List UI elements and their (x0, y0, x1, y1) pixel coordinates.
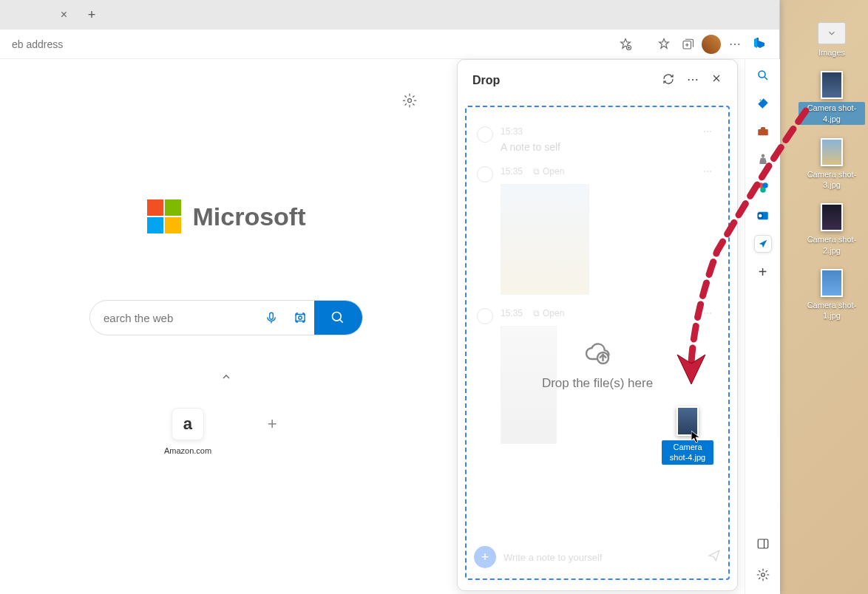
svg-point-2 (408, 99, 412, 103)
svg-point-5 (298, 316, 302, 320)
drop-history: 15:33⋯ A note to self 15:35 ⧉ Open ⋯ (467, 107, 728, 578)
image-thumbnail (821, 269, 843, 297)
drop-panel: Drop ⋯ 15:33⋯ A note to self (457, 59, 738, 591)
image-search-icon[interactable] (285, 311, 313, 324)
close-tab-icon[interactable]: × (56, 7, 72, 23)
msg-time: 15:33 (501, 126, 523, 137)
msg-menu-icon: ⋯ (703, 308, 712, 318)
image-thumbnail (821, 138, 843, 166)
svg-point-12 (760, 187, 766, 193)
desktop-icons: Images Camera shot-4.jpg Camera shot-3.j… (799, 22, 865, 321)
svg-point-17 (761, 573, 764, 577)
avatar-icon (477, 308, 493, 324)
msg-menu-icon: ⋯ (703, 126, 712, 137)
desktop-icon-label: Camera shot-3.jpg (799, 169, 865, 191)
dragged-file-label: Camera shot-4.jpg (662, 440, 713, 465)
voice-search-icon[interactable] (257, 311, 285, 324)
page-settings-icon[interactable] (402, 93, 417, 111)
quick-links: a Amazon.com + (164, 408, 288, 455)
sidebar-shopping-icon[interactable] (754, 95, 772, 112)
search-button[interactable] (314, 300, 362, 335)
desktop-icon-label: Camera shot-4.jpg (799, 102, 865, 125)
address-bar: ⋯ (0, 30, 779, 59)
sidebar-add-icon[interactable]: + (754, 263, 772, 281)
microsoft-wordmark: Microsoft (193, 202, 306, 231)
avatar-icon (477, 166, 493, 182)
more-menu-icon[interactable]: ⋯ (723, 33, 747, 56)
attach-button[interactable]: + (474, 546, 496, 568)
sidebar-settings-icon[interactable] (754, 566, 772, 584)
open-link: ⧉ Open (533, 166, 564, 177)
sidebar-drop-icon[interactable] (754, 235, 772, 253)
svg-rect-3 (270, 313, 274, 319)
drop-title: Drop (472, 74, 500, 87)
sidebar-search-icon[interactable] (754, 66, 772, 84)
image-thumbnail (821, 71, 843, 99)
add-page-icon[interactable] (614, 33, 637, 56)
close-panel-icon[interactable] (711, 72, 722, 89)
image-thumbnail (677, 406, 699, 436)
search-box[interactable] (89, 300, 363, 335)
add-quicklink-button[interactable]: + (256, 408, 288, 455)
sidebar-tools-icon[interactable] (754, 123, 772, 140)
desktop-file[interactable]: Camera shot-2.jpg (799, 203, 865, 256)
drop-message: 15:35 ⧉ Open ⋯ (472, 166, 722, 295)
microsoft-squares-icon (147, 199, 181, 233)
plus-icon: + (256, 408, 288, 440)
sidebar-outlook-icon[interactable] (754, 207, 772, 225)
browser-tab[interactable]: × (0, 0, 78, 30)
desktop-icon-label: Camera shot-2.jpg (799, 234, 865, 256)
tab-bar: × + (0, 0, 779, 30)
drop-zone[interactable]: 15:33⋯ A note to self 15:35 ⧉ Open ⋯ (465, 106, 730, 580)
svg-point-6 (333, 313, 342, 321)
refresh-icon[interactable] (662, 72, 675, 89)
image-thumbnail (501, 326, 557, 444)
send-icon[interactable] (708, 549, 721, 565)
edge-sidebar: + (745, 59, 780, 594)
sidebar-games-icon[interactable] (754, 151, 772, 168)
microsoft-logo: Microsoft (147, 199, 306, 233)
browser-window: × + ⋯ Micros (0, 0, 780, 594)
desktop-file[interactable]: Camera shot-4.jpg (799, 71, 865, 125)
new-tab-page: Microsoft a Amazon.com + (0, 59, 452, 594)
image-thumbnail (821, 203, 843, 231)
msg-time: 15:35 (501, 166, 523, 177)
desktop-icon-label: Images (818, 47, 845, 58)
favorites-icon[interactable] (652, 33, 676, 56)
msg-text: A note to self (501, 141, 718, 153)
msg-menu-icon: ⋯ (703, 166, 712, 177)
chevron-up-icon[interactable] (220, 371, 232, 386)
svg-rect-16 (758, 539, 768, 548)
msg-time: 15:35 (501, 308, 523, 318)
bing-chat-icon[interactable] (747, 31, 773, 58)
desktop-file[interactable]: Camera shot-3.jpg (799, 138, 865, 191)
quicklink-label: Amazon.com (164, 446, 211, 455)
svg-rect-4 (296, 315, 305, 321)
profile-avatar[interactable] (699, 33, 723, 56)
desktop-folder-images[interactable]: Images (818, 22, 846, 58)
drop-header: Drop ⋯ (458, 60, 737, 101)
svg-point-8 (759, 71, 765, 78)
sidebar-toggle-icon[interactable] (754, 535, 772, 553)
sidebar-office-icon[interactable] (754, 179, 772, 197)
amazon-icon: a (172, 408, 204, 440)
quicklink-amazon[interactable]: a Amazon.com (164, 408, 211, 455)
avatar-icon (477, 126, 493, 143)
new-tab-button[interactable]: + (78, 0, 106, 30)
image-thumbnail (501, 184, 589, 295)
folder-icon (818, 22, 846, 44)
open-link: ⧉ Open (533, 308, 564, 318)
compose-input[interactable]: Write a note to yourself (503, 552, 700, 563)
desktop-file[interactable]: Camera shot-1.jpg (799, 269, 865, 321)
svg-rect-9 (758, 129, 768, 135)
svg-point-15 (759, 214, 762, 218)
desktop-icon-label: Camera shot-1.jpg (799, 300, 865, 321)
dragged-file-ghost: Camera shot-4.jpg (662, 406, 713, 465)
compose-row: + Write a note to yourself (474, 542, 721, 573)
more-options-icon[interactable]: ⋯ (687, 72, 699, 89)
collections-icon[interactable] (676, 33, 699, 56)
drop-message: 15:33⋯ A note to self (472, 126, 722, 153)
search-input[interactable] (90, 312, 257, 324)
url-input[interactable] (6, 38, 614, 50)
